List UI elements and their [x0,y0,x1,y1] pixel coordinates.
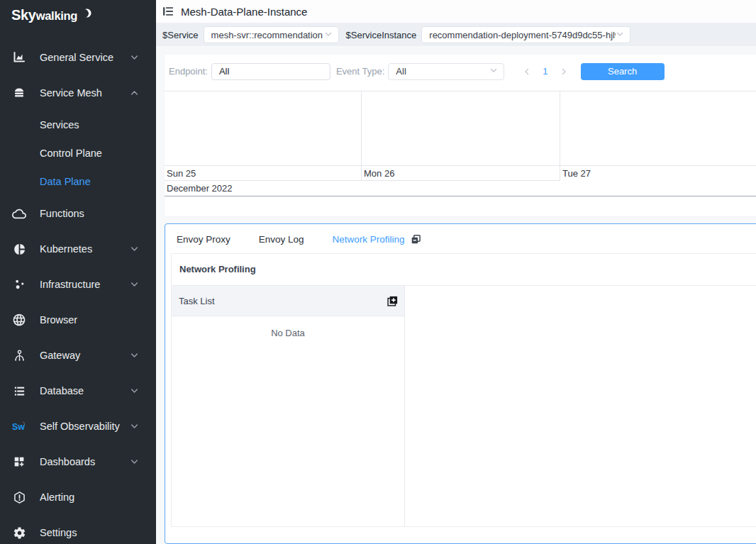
network-profiling-widget: Network Profiling Task List [171,253,756,527]
timeline-day-label: Sun 25 [165,166,362,181]
events-card: Endpoint: Event Type: All 1 Search [165,55,756,216]
page-number[interactable]: 1 [535,66,555,77]
chevron-down-icon [130,351,139,360]
app-root: Skywalking General ServiceService MeshSe… [0,0,756,544]
prev-page-button[interactable] [518,67,535,76]
next-page-button[interactable] [555,67,572,76]
chevron-down-icon [489,66,498,77]
menu-fold-icon[interactable] [162,5,174,18]
sidebar-item-label: Database [40,385,84,396]
main-area: Mesh-Data-Plane-Instance $Service mesh-s… [156,0,756,544]
sidebar-item-control-plane[interactable]: Control Plane [0,139,156,167]
sidebar-item-label: Browser [40,314,77,326]
search-button[interactable]: Search [581,63,665,80]
sidebar-item-general-service[interactable]: General Service [0,40,156,75]
sidebar-item-label: Dashboards [40,456,95,467]
globe-icon [12,313,26,327]
service-instance-label: $ServiceInstance [346,30,417,40]
endpoint-label: Endpoint: [169,66,208,77]
event-type-select-value: All [396,66,406,77]
page-header: Mesh-Data-Plane-Instance [156,0,756,23]
timeline-cell-day2[interactable] [362,91,560,165]
gateway-icon [12,348,26,362]
sw-icon: Sw [12,419,26,433]
tabs-bar: Envoy ProxyEnvoy LogNetwork Profiling [165,224,756,253]
mesh-icon [12,86,26,100]
timeline-cell-day1[interactable] [165,91,362,165]
sidebar-item-kubernetes[interactable]: Kubernetes [0,231,156,267]
moon-icon [79,9,89,18]
sidebar-item-functions[interactable]: Functions [0,196,156,231]
sidebar-item-browser[interactable]: Browser [0,302,156,338]
event-type-label: Event Type: [336,66,384,77]
instance-tabs-panel: Envoy ProxyEnvoy LogNetwork Profiling Ne… [165,223,756,544]
gear-icon [12,526,26,540]
pagination: 1 [518,66,572,77]
sidebar-item-label: Services [40,119,79,131]
chevron-down-icon [324,30,333,40]
sidebar-item-database[interactable]: Database [0,373,156,409]
timeline-day-labels: Sun 25 Mon 26 Tue 27 [165,166,756,181]
sidebar-item-data-plane[interactable]: Data Plane [0,167,156,196]
chevron-down-icon [130,53,139,62]
chevron-down-icon [130,245,139,254]
sidebar-item-label: General Service [40,52,113,63]
service-instance-select-value: recommendation-deployment-5749d9dc55-hjl… [429,30,616,40]
tab-envoy-log[interactable]: Envoy Log [259,234,304,245]
no-data-text: No Data [271,328,305,338]
sidebar-item-dashboards[interactable]: Dashboards [0,444,156,479]
variable-selectors-bar: $Service mesh-svr::recommendation $Servi… [156,23,756,45]
chevron-down-icon [616,30,624,40]
widget-title: Network Profiling [172,254,756,286]
dashboards-icon [12,455,26,469]
event-type-select[interactable]: All [388,63,504,80]
sidebar-item-label: Self Observability [40,421,120,432]
chevron-down-icon [130,387,139,396]
sidebar-item-label: Settings [40,527,77,538]
copy-icon[interactable] [411,234,421,245]
sidebar: Skywalking General ServiceService MeshSe… [0,0,156,544]
sidebar-item-infrastructure[interactable]: Infrastructure [0,267,156,302]
chevron-down-icon [130,457,139,467]
chart-icon [12,50,26,65]
tab-label: Network Profiling [333,234,405,245]
sidebar-item-self-observability[interactable]: SwSelf Observability [0,409,156,444]
endpoint-input[interactable] [211,63,330,80]
event-timeline: Sun 25 Mon 26 Tue 27 December 2022 [165,91,756,196]
profiling-detail-area [405,286,756,526]
database-icon [12,384,26,398]
sidebar-menu: General ServiceService MeshServicesContr… [0,40,156,544]
chevron-down-icon [130,280,139,289]
svg-text:Sw: Sw [12,422,25,432]
timeline-day-label: Tue 27 [560,166,756,181]
timeline-cells [165,91,756,166]
tab-network-profiling[interactable]: Network Profiling [333,233,421,245]
sidebar-item-label: Service Mesh [40,87,102,99]
sidebar-item-service-mesh[interactable]: Service Mesh [0,75,156,111]
widget-body: Task List No Data [172,286,756,526]
sidebar-item-label: Alerting [40,492,74,503]
skywalking-logo[interactable]: Skywalking [0,0,156,34]
sidebar-item-label: Gateway [40,350,80,361]
service-select[interactable]: mesh-svr::recommendation [204,26,339,43]
timeline-day-label: Mon 26 [362,166,560,181]
sidebar-item-gateway[interactable]: Gateway [0,338,156,373]
timeline-cell-day3[interactable] [560,91,756,165]
sidebar-item-settings[interactable]: Settings [0,515,156,544]
tab-envoy-proxy[interactable]: Envoy Proxy [177,234,230,245]
event-filter-row: Endpoint: Event Type: All 1 Search [165,55,756,80]
sidebar-item-services[interactable]: Services [0,111,156,139]
task-list-title: Task List [179,296,215,306]
timeline-month-label: December 2022 [165,181,756,196]
task-list-empty-state: No Data [172,316,404,338]
tab-label: Envoy Proxy [177,234,230,245]
service-instance-select[interactable]: recommendation-deployment-5749d9dc55-hjl… [421,26,630,43]
kubernetes-icon [12,242,26,256]
sidebar-item-label: Functions [40,208,84,219]
add-task-button[interactable] [387,295,399,307]
sidebar-item-label: Control Plane [40,148,102,159]
sidebar-item-alerting[interactable]: Alerting [0,479,156,515]
logo-text-sky: Sky [11,7,36,23]
sidebar-item-label: Infrastructure [40,279,100,290]
alert-icon [12,490,26,504]
